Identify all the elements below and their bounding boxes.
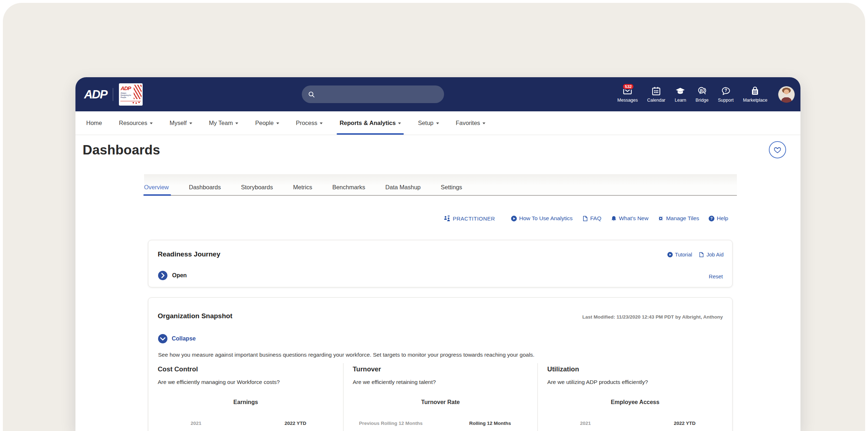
kpi-column-cost-control: Cost Control Are we efficiently managing… — [148, 363, 343, 431]
gear-icon — [658, 216, 664, 222]
adp-dots-graphic — [132, 101, 141, 105]
tab-benchmarks[interactable]: Benchmarks — [332, 184, 365, 195]
practitioner-selector[interactable]: PRACTITIONER — [443, 215, 495, 222]
metric-current-label: 2022 YTD — [647, 421, 723, 426]
metric-name: Earnings — [158, 399, 334, 405]
snapshot-description: See how you measure against important bu… — [158, 352, 535, 358]
support-button[interactable]: ? Support — [718, 86, 734, 103]
reset-link[interactable]: Reset — [709, 273, 723, 279]
practitioner-label: PRACTITIONER — [453, 216, 495, 222]
messages-button[interactable]: 532 Messages — [617, 86, 638, 103]
logo-divider — [113, 88, 113, 101]
adp-stripes-graphic — [134, 85, 142, 99]
how-to-use-analytics-link[interactable]: How To Use Analytics — [511, 215, 573, 222]
bridge-button[interactable]: B Bridge — [696, 86, 708, 103]
tab-data-mashup[interactable]: Data Mashup — [385, 184, 421, 195]
chevron-down-circle-icon — [158, 334, 168, 344]
adp-logo: ADP — [84, 88, 107, 101]
kpi-question: Are we utilizing ADP products efficientl… — [547, 379, 723, 385]
caret-down-icon — [483, 122, 485, 124]
page-title: Dashboards — [83, 143, 160, 158]
nav-item-people[interactable]: People — [255, 111, 279, 135]
global-search[interactable] — [302, 85, 444, 103]
collapse-button[interactable]: Collapse — [158, 334, 196, 344]
metric-previous-value: $3.4M — [158, 430, 234, 431]
bridge-chat-icon: B — [697, 86, 707, 96]
manage-tiles-link[interactable]: Manage Tiles — [658, 215, 699, 222]
open-journey-button[interactable]: Open — [158, 270, 187, 281]
document-icon — [582, 216, 588, 222]
caret-down-icon — [398, 122, 401, 124]
heart-icon — [773, 145, 782, 154]
job-aid-link[interactable]: Job Aid — [698, 252, 724, 258]
learn-button[interactable]: Learn — [675, 86, 686, 103]
readiness-journey-card: Readiness Journey Tutorial Job Aid Open … — [148, 240, 733, 287]
bridge-label: Bridge — [696, 98, 708, 103]
svg-text:?: ? — [724, 88, 727, 93]
document-icon — [698, 252, 704, 258]
adp-tagline: Always Designing for People — [121, 92, 133, 98]
search-icon — [308, 91, 315, 98]
support-chat-icon: ? — [721, 86, 731, 96]
whats-new-link[interactable]: What's New — [611, 215, 648, 222]
svg-text:?: ? — [710, 217, 712, 221]
readiness-journey-links: Tutorial Job Aid — [667, 252, 724, 258]
caret-down-icon — [276, 122, 279, 124]
kpi-columns: Cost Control Are we efficiently managing… — [148, 363, 732, 431]
adp-badge-logo-text: ADP — [121, 85, 131, 91]
top-header-bar: ADP ADP Always Designing for People 532 — [75, 77, 800, 111]
kpi-column-turnover: Turnover Are we efficiently retaining ta… — [343, 363, 538, 431]
tab-settings[interactable]: Settings — [441, 184, 462, 195]
dashboard-tabs: Overview Dashboards Storyboards Metrics … — [144, 174, 737, 196]
graduation-cap-icon — [675, 86, 685, 96]
faq-link[interactable]: FAQ — [582, 215, 601, 222]
collapse-label: Collapse — [172, 335, 196, 342]
marketplace-button[interactable]: Marketplace — [743, 86, 767, 103]
nav-item-myself[interactable]: Myself — [170, 111, 192, 135]
metric-current: 2022 YTD 0% — [647, 421, 723, 431]
tab-metrics[interactable]: Metrics — [293, 184, 312, 195]
tutorial-link[interactable]: Tutorial — [667, 252, 692, 258]
tab-dashboards[interactable]: Dashboards — [189, 184, 221, 195]
kpi-question: Are we efficiently managing our Workforc… — [158, 379, 334, 385]
messages-label: Messages — [617, 98, 638, 103]
metric-current: 2022 YTD $766.5K — [257, 421, 334, 431]
nav-item-favorites[interactable]: Favorites — [456, 111, 486, 135]
metric-previous-label: 2021 — [547, 421, 623, 426]
play-circle-icon — [511, 216, 517, 222]
nav-item-process[interactable]: Process — [296, 111, 323, 135]
metric-previous-label: 2021 — [158, 421, 234, 426]
caret-down-icon — [235, 122, 238, 124]
support-label: Support — [718, 98, 734, 103]
metric-comparison: Previous Rolling 12 Months 8.49% vs Roll… — [353, 421, 528, 431]
caret-down-icon — [189, 122, 192, 124]
nav-item-my-team[interactable]: My Team — [209, 111, 239, 135]
shopping-bag-icon — [750, 86, 760, 96]
tab-overview[interactable]: Overview — [144, 184, 169, 195]
nav-item-home[interactable]: Home — [86, 111, 102, 135]
user-avatar[interactable] — [778, 86, 795, 103]
kpi-title: Turnover — [353, 365, 528, 373]
metric-current-label: Rolling 12 Months — [452, 421, 528, 426]
metric-previous-value: 8.49% — [353, 430, 429, 431]
messages-count-badge: 532 — [622, 83, 634, 90]
calendar-button[interactable]: Calendar — [647, 86, 665, 103]
nav-item-setup[interactable]: Setup — [418, 111, 439, 135]
caret-down-icon — [320, 122, 323, 124]
favorite-page-button[interactable] — [769, 141, 786, 158]
search-input[interactable] — [318, 85, 444, 103]
last-modified-text: Last Modified: 11/23/2020 12:43 PM PDT b… — [582, 314, 723, 320]
metric-current-value: 11% — [452, 430, 528, 431]
help-link[interactable]: ? Help — [708, 215, 728, 222]
metric-previous: 2021 $3.4M — [158, 421, 234, 431]
bell-icon — [611, 216, 617, 222]
metric-comparison: 2021 3.7% vs 2022 YTD 0% — [547, 421, 723, 431]
metric-name: Employee Access — [547, 399, 723, 405]
metric-name: Turnover Rate — [353, 399, 528, 405]
metric-previous: Previous Rolling 12 Months 8.49% — [353, 421, 429, 431]
nav-item-resources[interactable]: Resources — [119, 111, 153, 135]
calendar-icon — [651, 86, 661, 96]
tab-storyboards[interactable]: Storyboards — [241, 184, 273, 195]
metric-current: Rolling 12 Months 11% — [452, 421, 528, 431]
nav-item-reports-analytics[interactable]: Reports & Analytics — [340, 111, 401, 135]
